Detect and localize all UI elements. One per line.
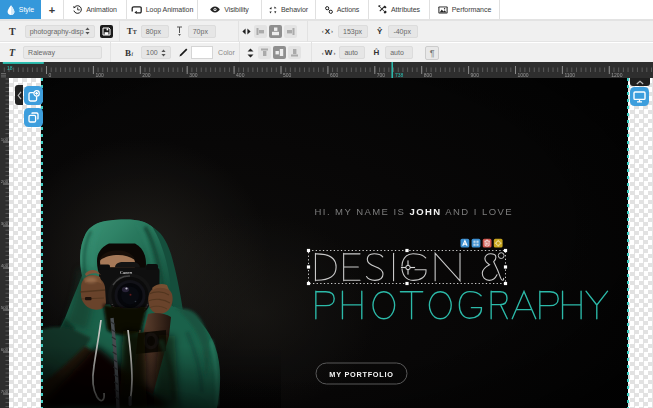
svg-text:700: 700 <box>377 72 386 78</box>
svg-text:18: 18 <box>7 65 13 71</box>
svg-text:1200: 1200 <box>611 72 622 78</box>
svg-text:HI. MY NAME IS JOHN AND I LOVE: HI. MY NAME IS JOHN AND I LOVE <box>315 206 514 217</box>
svg-text:1000: 1000 <box>518 72 529 78</box>
svg-text:0: 0 <box>49 72 52 78</box>
svg-text:900: 900 <box>471 72 480 78</box>
svg-text:500: 500 <box>1 305 9 310</box>
svg-text:400: 400 <box>236 72 245 78</box>
svg-text:MY PORTFOLIO: MY PORTFOLIO <box>329 370 393 379</box>
svg-text:100: 100 <box>1 137 9 142</box>
svg-text:200: 200 <box>1 179 9 184</box>
svg-text:600: 600 <box>330 72 339 78</box>
svg-text:300: 300 <box>189 72 198 78</box>
svg-text:738: 738 <box>395 72 404 78</box>
svg-text:600: 600 <box>1 347 9 352</box>
svg-text:400: 400 <box>1 263 9 268</box>
svg-text:800: 800 <box>424 72 433 78</box>
svg-text:100: 100 <box>95 72 104 78</box>
svg-text:700: 700 <box>1 389 9 394</box>
svg-text:1100: 1100 <box>564 72 575 78</box>
svg-text:500: 500 <box>283 72 292 78</box>
svg-text:300: 300 <box>1 221 9 226</box>
svg-text:200: 200 <box>142 72 151 78</box>
